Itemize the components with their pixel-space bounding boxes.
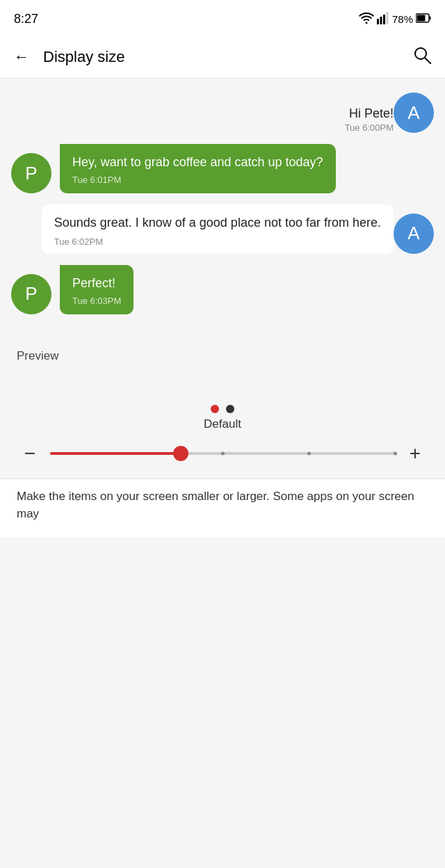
slider-thumb[interactable] bbox=[173, 446, 188, 461]
message-time: Tue 6:02PM bbox=[54, 236, 381, 247]
search-button[interactable] bbox=[413, 46, 431, 68]
avatar-p-1: P bbox=[11, 153, 51, 193]
slider-tick-mid bbox=[221, 451, 225, 455]
slider-increase-button[interactable]: + bbox=[405, 442, 426, 465]
bubble-container: Hey, want to grab coffee and catch up to… bbox=[60, 144, 336, 193]
dots-row bbox=[0, 405, 445, 413]
message-time: Tue 6:01PM bbox=[72, 174, 323, 186]
svg-rect-2 bbox=[383, 15, 385, 24]
signal-icon bbox=[377, 12, 389, 26]
message-text: Hi Pete! bbox=[349, 106, 394, 121]
svg-rect-3 bbox=[386, 12, 388, 24]
avatar-a-2: A bbox=[394, 214, 434, 254]
slider-background bbox=[50, 452, 395, 455]
page-title: Display size bbox=[43, 48, 124, 66]
slider-decrease-button[interactable]: − bbox=[19, 442, 40, 465]
bottom-description: Make the items on your screen smaller or… bbox=[0, 479, 445, 537]
message-row: Sounds great. I know of a good place not… bbox=[11, 204, 434, 253]
slider-fill bbox=[50, 452, 181, 455]
header: ← Display size bbox=[0, 36, 445, 79]
bottom-section: Preview Default − + bbox=[0, 332, 445, 466]
svg-rect-6 bbox=[430, 16, 431, 19]
default-label: Default bbox=[0, 417, 445, 431]
slider-tick-right bbox=[307, 451, 311, 455]
dot-indicator-red bbox=[211, 405, 219, 413]
svg-rect-5 bbox=[417, 15, 426, 21]
header-left: ← Display size bbox=[14, 48, 124, 66]
slider-track[interactable] bbox=[50, 441, 395, 466]
bottom-desc-text: Make the items on your screen smaller or… bbox=[17, 490, 414, 521]
status-icons: 78% bbox=[359, 12, 431, 26]
preview-label: Preview bbox=[0, 339, 445, 363]
status-time: 8:27 bbox=[14, 12, 38, 26]
status-bar: 8:27 78% bbox=[0, 0, 445, 36]
message-text: Sounds great. I know of a good place not… bbox=[54, 216, 381, 230]
battery-percentage: 78% bbox=[392, 13, 413, 25]
message-bubble-1: Hi Pete! Tue 6:00PM bbox=[345, 106, 394, 133]
svg-line-8 bbox=[425, 58, 430, 63]
battery-icon bbox=[416, 13, 431, 25]
avatar-a-1: A bbox=[394, 93, 434, 133]
message-row: P Perfect! Tue 6:03PM bbox=[11, 265, 434, 314]
message-text: Perfect! bbox=[72, 276, 115, 290]
message-time: Tue 6:03PM bbox=[72, 295, 121, 307]
avatar-p-2: P bbox=[11, 274, 51, 314]
message-bubble-4: Perfect! Tue 6:03PM bbox=[60, 265, 134, 314]
message-row: P Hey, want to grab coffee and catch up … bbox=[11, 144, 434, 193]
svg-rect-0 bbox=[377, 19, 379, 24]
wifi-icon bbox=[359, 13, 374, 26]
message-bubble-2: Hey, want to grab coffee and catch up to… bbox=[60, 144, 336, 193]
message-text: Hey, want to grab coffee and catch up to… bbox=[72, 155, 323, 169]
back-button[interactable]: ← bbox=[14, 48, 29, 66]
slider-tick-end bbox=[394, 451, 397, 455]
message-row: Hi Pete! Tue 6:00PM A bbox=[11, 93, 434, 133]
message-time: Tue 6:00PM bbox=[345, 122, 394, 133]
message-bubble-3: Sounds great. I know of a good place not… bbox=[42, 204, 394, 253]
svg-rect-1 bbox=[380, 17, 382, 24]
chat-preview-area: Hi Pete! Tue 6:00PM A P Hey, want to gra… bbox=[0, 79, 445, 332]
slider-row: − + bbox=[0, 441, 445, 466]
bubble-container: Perfect! Tue 6:03PM bbox=[60, 265, 134, 314]
dot-indicator-dark bbox=[226, 405, 234, 413]
